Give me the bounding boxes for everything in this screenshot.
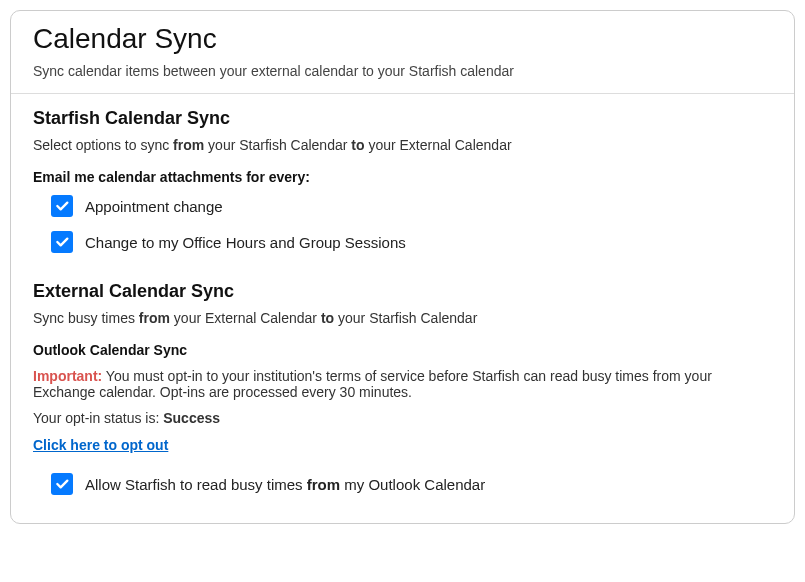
external-sync-desc: Sync busy times from your External Calen… (33, 310, 772, 326)
outlook-important-note: Important: You must opt-in to your insti… (33, 368, 772, 400)
settings-card: Calendar Sync Sync calendar items betwee… (10, 10, 795, 524)
starfish-sync-section: Starfish Calendar Sync Select options to… (11, 94, 794, 253)
page-title: Calendar Sync (33, 23, 772, 55)
checkbox-label-allow-outlook: Allow Starfish to read busy times from m… (85, 476, 485, 493)
opt-in-status-value: Success (163, 410, 220, 426)
external-sync-title: External Calendar Sync (33, 281, 772, 302)
external-sync-section: External Calendar Sync Sync busy times f… (11, 267, 794, 523)
opt-in-status-line: Your opt-in status is: Success (33, 410, 772, 426)
starfish-sync-title: Starfish Calendar Sync (33, 108, 772, 129)
checkbox-row-office-hours: Change to my Office Hours and Group Sess… (51, 231, 772, 253)
checkbox-label-office-hours: Change to my Office Hours and Group Sess… (85, 234, 406, 251)
checkbox-label-appointment-change: Appointment change (85, 198, 223, 215)
important-label: Important: (33, 368, 102, 384)
checkbox-row-allow-outlook: Allow Starfish to read busy times from m… (51, 473, 772, 495)
checkbox-office-hours[interactable] (51, 231, 73, 253)
checkbox-appointment-change[interactable] (51, 195, 73, 217)
starfish-sync-desc: Select options to sync from your Starfis… (33, 137, 772, 153)
check-icon (54, 234, 70, 250)
check-icon (54, 476, 70, 492)
card-header: Calendar Sync Sync calendar items betwee… (11, 11, 794, 94)
check-icon (54, 198, 70, 214)
page-subtitle: Sync calendar items between your externa… (33, 63, 772, 79)
opt-out-link[interactable]: Click here to opt out (33, 437, 168, 453)
checkbox-row-appointment-change: Appointment change (51, 195, 772, 217)
checkbox-allow-outlook[interactable] (51, 473, 73, 495)
email-attachments-heading: Email me calendar attachments for every: (33, 169, 772, 185)
outlook-sync-title: Outlook Calendar Sync (33, 342, 772, 358)
